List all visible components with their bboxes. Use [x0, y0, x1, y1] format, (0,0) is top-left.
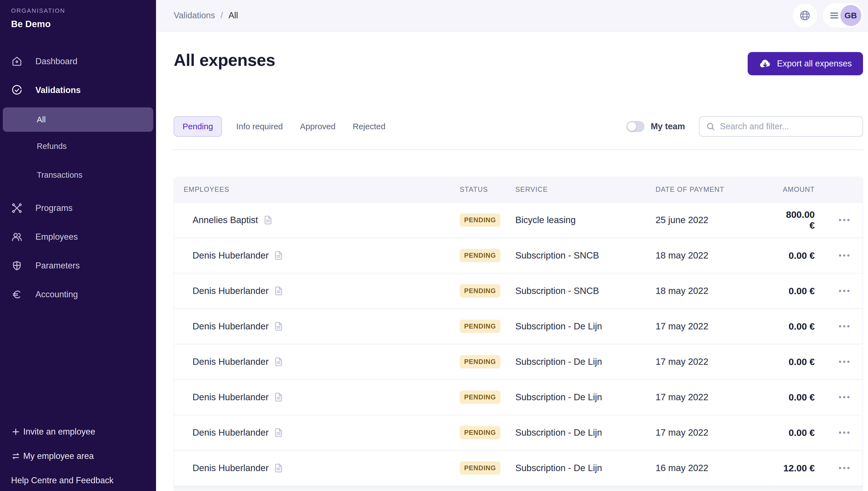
sidebar-item-label: Programs [35, 203, 72, 213]
ellipsis-icon [847, 432, 849, 434]
tab-approved[interactable]: Approved [297, 122, 338, 131]
search-box [699, 116, 863, 137]
app-window: ORGANISATION Be Demo Dashboard Validatio… [0, 0, 868, 491]
receipt-file-icon[interactable] [262, 214, 274, 226]
language-button[interactable] [793, 3, 817, 28]
check-circle-icon [11, 84, 23, 96]
row-actions-button[interactable] [826, 396, 863, 398]
users-icon [11, 231, 23, 243]
ellipsis-icon [839, 432, 841, 434]
service-cell: Subscription - De Lijn [511, 463, 656, 473]
table-body: Annelies Baptist PENDING Bicycle leasing… [174, 202, 863, 486]
tab-info-required[interactable]: Info required [234, 122, 285, 131]
row-actions-button[interactable] [826, 325, 863, 327]
table-row[interactable]: Denis Huberlander PENDING Subscription -… [174, 308, 863, 344]
row-actions-button[interactable] [826, 290, 863, 292]
search-input[interactable] [720, 121, 857, 132]
breadcrumb-separator: / [220, 10, 223, 21]
amount-cell: 0.00 € [783, 321, 826, 332]
row-actions-button[interactable] [826, 254, 863, 257]
search-icon [706, 121, 716, 132]
page-title: All expenses [174, 50, 275, 70]
ellipsis-icon [847, 254, 849, 257]
table-header: EMPLOYEES STATUS SERVICE DATE OF PAYMENT… [174, 177, 863, 202]
receipt-file-icon[interactable] [273, 462, 284, 473]
ellipsis-icon [839, 467, 841, 469]
globe-icon [799, 9, 811, 22]
table-row[interactable]: Denis Huberlander PENDING Subscription -… [174, 450, 863, 486]
sidebar-item-label: Parameters [35, 261, 80, 271]
euro-icon [11, 289, 23, 300]
breadcrumb: Validations / All [174, 10, 238, 21]
receipt-file-icon[interactable] [273, 356, 284, 367]
tab-rejected[interactable]: Rejected [350, 122, 388, 131]
status-cell: PENDING [456, 284, 511, 297]
receipt-file-icon[interactable] [273, 392, 284, 403]
sidebar: ORGANISATION Be Demo Dashboard Validatio… [0, 0, 156, 491]
table-row[interactable]: Denis Huberlander PENDING Subscription -… [174, 237, 863, 273]
employee-cell: Denis Huberlander [174, 462, 456, 473]
column-header-status: STATUS [456, 185, 511, 194]
column-header-amount: AMOUNT [783, 185, 826, 194]
sidebar-footer: Invite an employee My employee area Help… [0, 420, 156, 491]
row-actions-button[interactable] [826, 467, 863, 469]
sidebar-item-parameters[interactable]: Parameters [0, 251, 156, 280]
row-actions-button[interactable] [826, 360, 863, 363]
ellipsis-icon [843, 360, 845, 363]
receipt-file-icon[interactable] [273, 285, 284, 296]
receipt-file-icon[interactable] [273, 427, 284, 438]
status-cell: PENDING [456, 320, 511, 333]
footer-item-label: Help Centre and Feedback [11, 475, 114, 486]
date-cell: 17 may 2022 [656, 427, 783, 438]
status-cell: PENDING [456, 461, 511, 475]
ellipsis-icon [847, 325, 849, 327]
main-area: Validations / All GB All expenses Expo [156, 0, 868, 491]
amount-cell: 800.00 € [783, 209, 826, 231]
sidebar-subitem-all[interactable]: All [3, 107, 153, 132]
toggle-knob [627, 122, 636, 131]
sidebar-item-accounting[interactable]: Accounting [0, 280, 156, 309]
network-icon [11, 202, 23, 214]
column-header-service: SERVICE [511, 185, 656, 194]
sidebar-item-dashboard[interactable]: Dashboard [0, 47, 156, 76]
invite-employee-button[interactable]: Invite an employee [0, 420, 156, 444]
sidebar-item-employees[interactable]: Employees [0, 223, 156, 251]
receipt-file-icon[interactable] [273, 321, 284, 332]
row-actions-button[interactable] [826, 219, 863, 221]
table-row[interactable]: Denis Huberlander PENDING Subscription -… [174, 379, 863, 414]
employee-cell: Denis Huberlander [174, 356, 456, 367]
receipt-file-icon[interactable] [273, 250, 284, 261]
export-all-expenses-button[interactable]: Export all expenses [748, 52, 863, 75]
tab-pending[interactable]: Pending [174, 116, 222, 137]
amount-cell: 0.00 € [783, 250, 826, 261]
table-row[interactable]: Denis Huberlander PENDING Subscription -… [174, 273, 863, 308]
service-cell: Subscription - De Lijn [511, 321, 656, 331]
status-badge: PENDING [460, 284, 500, 297]
ellipsis-icon [847, 396, 849, 398]
sidebar-subitem-refunds[interactable]: Refunds [0, 132, 156, 161]
breadcrumb-parent[interactable]: Validations [174, 10, 215, 21]
my-team-toggle[interactable] [626, 121, 645, 132]
table-row[interactable]: Denis Huberlander PENDING Subscription -… [174, 344, 863, 379]
account-menu-button[interactable]: GB [823, 3, 863, 28]
sidebar-item-validations[interactable]: Validations [0, 76, 156, 105]
date-cell: 17 may 2022 [656, 321, 783, 331]
sidebar-subitem-transactions[interactable]: Transactions [0, 161, 156, 189]
topbar-actions: GB [793, 3, 863, 28]
status-badge: PENDING [460, 426, 500, 439]
status-badge: PENDING [460, 320, 500, 333]
table-row[interactable]: Denis Huberlander PENDING Subscription -… [174, 414, 863, 450]
avatar: GB [840, 5, 861, 26]
ellipsis-icon [839, 396, 841, 398]
status-badge: PENDING [460, 213, 500, 227]
my-employee-area-link[interactable]: My employee area [0, 444, 156, 468]
table-row[interactable]: Annelies Baptist PENDING Bicycle leasing… [174, 202, 863, 237]
sidebar-item-label: Accounting [35, 289, 78, 299]
employee-cell: Annelies Baptist [174, 214, 456, 226]
sidebar-subitem-label: All [37, 115, 45, 124]
help-centre-link[interactable]: Help Centre and Feedback [0, 468, 156, 491]
row-actions-button[interactable] [826, 432, 863, 434]
service-cell: Bicycle leasing [511, 215, 656, 225]
ellipsis-icon [843, 254, 845, 257]
sidebar-item-programs[interactable]: Programs [0, 194, 156, 223]
